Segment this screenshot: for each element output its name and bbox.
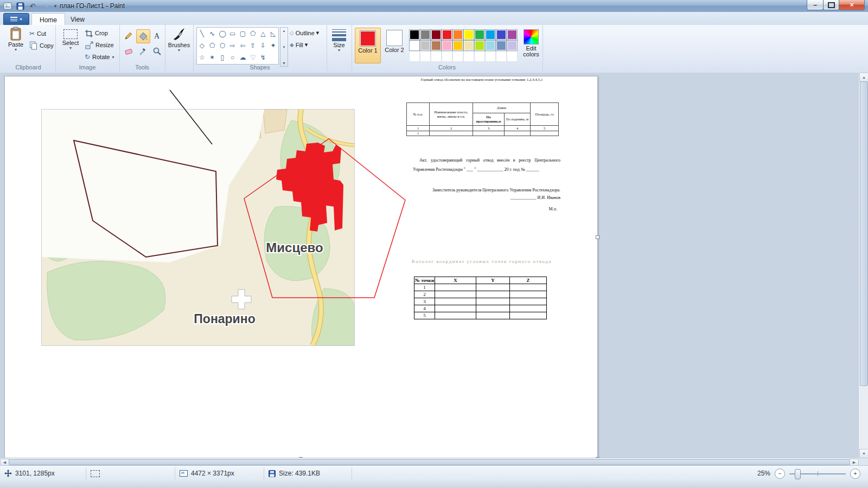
maximize-button[interactable]: [823, 0, 839, 10]
edit-colors-button[interactable]: Edit colors: [521, 28, 541, 57]
palette-swatch[interactable]: [485, 40, 496, 51]
shapes-scrollbar[interactable]: ▴ ▾ ▼: [280, 27, 288, 67]
close-button[interactable]: ×: [839, 0, 865, 10]
scroll-up-icon[interactable]: ▲: [859, 73, 868, 82]
minimize-button[interactable]: –: [807, 0, 824, 10]
shape-empty-icon[interactable]: [268, 52, 278, 63]
fill-tool-button[interactable]: [136, 29, 150, 43]
resize-button[interactable]: Resize: [85, 40, 114, 50]
shape-diamond-icon[interactable]: ◇: [197, 40, 207, 52]
palette-swatch-empty[interactable]: [463, 51, 474, 62]
palette-swatch-empty[interactable]: [485, 51, 496, 62]
scroll-down-icon[interactable]: ▾: [283, 45, 285, 49]
shape-hexagon-icon[interactable]: ⬡: [218, 40, 228, 52]
palette-swatch[interactable]: [420, 40, 431, 51]
select-button[interactable]: Select ▾: [59, 27, 82, 50]
horizontal-scrollbar-thumb[interactable]: [9, 459, 850, 465]
palette-swatch[interactable]: [442, 40, 452, 51]
palette-swatch[interactable]: [507, 29, 518, 40]
rotate-button[interactable]: ↻ Rotate ▾: [85, 52, 114, 62]
palette-swatch-empty[interactable]: [431, 51, 442, 62]
shape-line-icon[interactable]: ╲: [197, 28, 207, 40]
palette-swatch[interactable]: [496, 29, 507, 40]
scroll-up-icon[interactable]: ▴: [283, 29, 285, 33]
palette-swatch[interactable]: [431, 29, 442, 40]
palette-swatch[interactable]: [452, 29, 463, 40]
canvas-page[interactable]: Мисцево Понарино Горный отвод обозначен …: [4, 76, 598, 459]
palette-swatch-empty[interactable]: [507, 51, 518, 62]
palette-swatch-empty[interactable]: [474, 51, 485, 62]
palette-swatch-empty[interactable]: [409, 51, 420, 62]
zoom-slider[interactable]: [789, 469, 846, 478]
shape-up-arrow-icon[interactable]: ⇧: [248, 40, 258, 52]
save-icon[interactable]: [15, 1, 25, 11]
color1-button[interactable]: Color 1: [355, 28, 381, 63]
brushes-button[interactable]: Brushes ▾: [167, 27, 191, 52]
shape-oval-callout-icon[interactable]: ○: [227, 52, 238, 63]
pencil-tool-button[interactable]: [122, 29, 135, 42]
canvas-resize-handle-right[interactable]: [596, 235, 599, 239]
palette-swatch[interactable]: [431, 40, 442, 51]
palette-swatch[interactable]: [507, 40, 518, 51]
shape-six-point-star-icon[interactable]: ✶: [207, 52, 218, 63]
crop-button[interactable]: Crop: [85, 28, 108, 38]
shape-left-arrow-icon[interactable]: ⇦: [238, 40, 248, 52]
tab-view[interactable]: View: [63, 14, 92, 25]
shape-five-point-star-icon[interactable]: ☆: [197, 52, 207, 63]
vertical-scrollbar-thumb[interactable]: [860, 81, 868, 386]
shape-four-point-star-icon[interactable]: ✦: [268, 40, 278, 52]
scroll-down-icon[interactable]: ▼: [859, 449, 868, 458]
copy-button[interactable]: Copy: [29, 40, 54, 51]
size-button[interactable]: Size ▾: [329, 27, 349, 52]
palette-swatch[interactable]: [474, 29, 485, 40]
zoom-slider-thumb[interactable]: [795, 469, 801, 479]
palette-swatch[interactable]: [463, 29, 474, 40]
palette-swatch[interactable]: [409, 40, 420, 51]
palette-swatch[interactable]: [420, 29, 431, 40]
palette-swatch[interactable]: [496, 40, 507, 51]
qat-dropdown-icon[interactable]: ▾: [52, 1, 59, 11]
horizontal-scrollbar[interactable]: ◀ ▶: [0, 458, 859, 465]
shape-lightning-icon[interactable]: ↯: [258, 52, 269, 63]
shape-rounded-callout-icon[interactable]: ▯: [218, 52, 228, 63]
palette-swatch[interactable]: [485, 29, 496, 40]
palette-swatch[interactable]: [452, 40, 463, 51]
shape-down-arrow-icon[interactable]: ⇩: [258, 40, 269, 52]
palette-swatch-empty[interactable]: [496, 51, 507, 62]
magnifier-tool-button[interactable]: [150, 44, 163, 57]
palette-swatch-empty[interactable]: [452, 51, 463, 62]
cut-button[interactable]: ✂ Cut: [29, 28, 46, 39]
palette-swatch-empty[interactable]: [442, 51, 452, 62]
outline-button[interactable]: ◇ Outline ▾: [290, 28, 324, 38]
tab-home[interactable]: Home: [31, 13, 65, 26]
shape-right-arrow-icon[interactable]: ⇨: [227, 40, 238, 52]
shape-triangle-icon[interactable]: △: [258, 28, 269, 40]
palette-swatch[interactable]: [474, 40, 485, 51]
color-picker-tool-button[interactable]: [136, 44, 149, 57]
palette-swatch-empty[interactable]: [420, 51, 431, 62]
shape-curve-icon[interactable]: ∿: [207, 28, 218, 40]
shape-right-triangle-icon[interactable]: ◺: [268, 28, 278, 40]
vertical-scrollbar[interactable]: ▲ ▼: [858, 73, 868, 458]
shape-cloud-callout-icon[interactable]: ☁: [238, 52, 248, 63]
shape-heart-icon[interactable]: ♡: [248, 52, 258, 63]
undo-icon[interactable]: ↶: [27, 1, 38, 11]
redo-icon[interactable]: ↷: [40, 1, 50, 11]
zoom-out-button[interactable]: −: [775, 468, 785, 479]
palette-swatch[interactable]: [409, 29, 420, 40]
zoom-in-button[interactable]: +: [850, 468, 860, 479]
text-tool-button[interactable]: A: [150, 29, 163, 42]
shape-polygon-icon[interactable]: ⬠: [248, 28, 258, 40]
eraser-tool-button[interactable]: [122, 44, 135, 57]
palette-swatch[interactable]: [442, 29, 452, 40]
shape-pentagon-icon[interactable]: ⬠: [207, 40, 218, 52]
color2-button[interactable]: Color 2: [382, 28, 407, 62]
paint-app-icon[interactable]: [2, 1, 13, 11]
paste-button[interactable]: Paste ▾: [4, 27, 27, 52]
fill-button[interactable]: ◆ Fill ▾: [290, 40, 324, 50]
shape-rounded-rectangle-icon[interactable]: ▢: [238, 28, 248, 40]
palette-swatch[interactable]: [463, 40, 474, 51]
application-menu-button[interactable]: ▾: [3, 13, 29, 25]
shape-rectangle-icon[interactable]: ▭: [227, 28, 238, 40]
shape-oval-icon[interactable]: ◯: [218, 28, 228, 40]
